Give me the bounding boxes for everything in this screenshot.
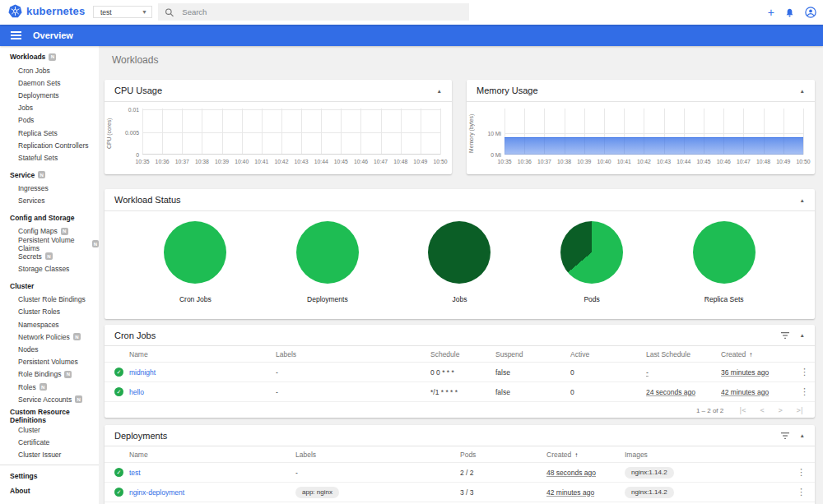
sidebar-group-config-and-storage[interactable]: Config and Storage — [0, 210, 99, 225]
sidebar-item-certificate[interactable]: Certificate — [0, 437, 99, 449]
sidebar-item-label: Persistent Volumes — [18, 358, 78, 366]
column-header-active[interactable]: Active — [570, 350, 646, 358]
table-row: ✓test-2 / 248 seconds agonginx:1.14.2⋮ — [105, 463, 815, 483]
collapse-chevron-icon[interactable]: ▲ — [800, 332, 805, 338]
sidebar-item-replication-controllers[interactable]: Replication Controllers — [0, 139, 99, 151]
column-header-name[interactable]: Name — [129, 350, 276, 358]
sidebar-item-replica-sets[interactable]: Replica Sets — [0, 127, 99, 139]
x-tick-label: 10:50 — [796, 159, 810, 164]
cell-pods: 3 / 3 — [460, 488, 546, 497]
kebab-menu-button[interactable]: ⋮ — [793, 487, 809, 497]
notifications-icon[interactable] — [784, 7, 795, 18]
sidebar-item-cluster-roles[interactable]: Cluster Roles — [0, 306, 99, 318]
namespaced-badge: N — [64, 371, 72, 378]
first-page-button[interactable]: |< — [738, 406, 745, 414]
cron-jobs-table: NameLabelsScheduleSuspendActiveLast Sche… — [105, 346, 815, 402]
sidebar-group-custom-resource-definitions[interactable]: Custom Resource Definitions — [0, 409, 99, 423]
sidebar-item-label: Persistent Volume Claims — [18, 236, 89, 252]
sidebar-group-cluster[interactable]: Cluster — [0, 279, 99, 294]
sidebar-item-deployments[interactable]: Deployments — [0, 89, 99, 101]
resource-name-link[interactable]: midnight — [129, 368, 156, 377]
x-tick-label: 10:44 — [314, 159, 328, 164]
collapse-chevron-icon[interactable]: ▲ — [800, 88, 805, 94]
x-tick-label: 10:41 — [617, 159, 631, 164]
sort-arrow-icon: ↑ — [574, 451, 578, 459]
sidebar-group-label: Service — [10, 171, 35, 179]
x-tick-label: 10:45 — [696, 159, 710, 164]
sidebar-item-ingresses[interactable]: Ingresses — [0, 183, 99, 195]
image-chip: nginx:1.14.2 — [625, 487, 674, 498]
column-header-images[interactable]: Images — [625, 451, 793, 459]
sidebar-group-service[interactable]: ServiceN — [0, 168, 99, 183]
sidebar-item-label: Service Accounts — [18, 395, 72, 404]
sidebar-item-cluster-issuer[interactable]: Cluster Issuer — [0, 449, 99, 461]
sidebar-item-service-accounts[interactable]: Service AccountsN — [0, 393, 99, 405]
cell-menu: ⋮ — [793, 467, 815, 478]
sidebar-item-cluster-role-bindings[interactable]: Cluster Role Bindings — [0, 294, 99, 306]
column-header-pods[interactable]: Pods — [460, 451, 546, 459]
y-tick-label: 0.005 — [125, 129, 139, 135]
column-header-labels[interactable]: Labels — [295, 451, 460, 459]
column-header-suspend[interactable]: Suspend — [495, 350, 570, 358]
kebab-menu-button[interactable]: ⋮ — [797, 386, 812, 396]
column-header-name[interactable]: Name — [129, 451, 295, 459]
create-resource-button[interactable]: + — [768, 7, 774, 18]
x-tick-label: 10:49 — [776, 159, 790, 164]
sidebar-item-stateful-sets[interactable]: Stateful Sets — [0, 151, 99, 164]
sidebar-item-network-policies[interactable]: Network PoliciesN — [0, 331, 99, 343]
sidebar-item-label: Jobs — [18, 104, 33, 112]
sidebar-item-cluster[interactable]: Cluster — [0, 423, 99, 436]
cell-name: hello — [129, 388, 276, 396]
next-page-button[interactable]: > — [779, 406, 782, 414]
collapse-chevron-icon[interactable]: ▲ — [800, 197, 805, 203]
column-header-last-schedule[interactable]: Last Schedule — [646, 350, 721, 358]
prev-page-button[interactable]: < — [760, 406, 764, 414]
sidebar-item-cron-jobs[interactable]: Cron Jobs — [0, 64, 99, 76]
column-header-labels[interactable]: Labels — [276, 350, 430, 358]
collapse-chevron-icon[interactable]: ▲ — [437, 88, 442, 94]
column-header-schedule[interactable]: Schedule — [430, 350, 495, 358]
sidebar-item-storage-classes[interactable]: Storage Classes — [0, 262, 99, 275]
sidebar-item-about[interactable]: About — [0, 483, 99, 498]
search-input[interactable] — [182, 7, 463, 16]
sidebar-item-nodes[interactable]: Nodes — [0, 343, 99, 355]
sidebar-item-daemon-sets[interactable]: Daemon Sets — [0, 76, 99, 89]
resource-name-link[interactable]: test — [129, 469, 141, 477]
kebab-menu-button[interactable]: ⋮ — [793, 467, 809, 477]
sidebar-item-label: Config Maps — [18, 227, 58, 235]
namespace-selector[interactable]: test ▼ — [93, 6, 152, 18]
namespaced-badge: N — [40, 383, 47, 391]
sidebar-item-services[interactable]: Services — [0, 195, 99, 207]
image-chip: nginx:1.14.2 — [625, 467, 674, 479]
sidebar-item-persistent-volumes[interactable]: Persistent Volumes — [0, 356, 99, 368]
filter-icon[interactable] — [780, 432, 790, 440]
last-page-button[interactable]: >| — [797, 406, 803, 414]
cell-name: test — [129, 469, 295, 477]
kebab-menu-button[interactable]: ⋮ — [797, 367, 812, 377]
search-bar[interactable] — [158, 3, 469, 21]
collapse-chevron-icon[interactable]: ▲ — [800, 432, 805, 438]
resource-name-link[interactable]: hello — [129, 388, 144, 396]
workload-status-pies: Cron JobsDeploymentsJobsPodsReplica Sets — [105, 211, 815, 303]
sidebar-item-role-bindings[interactable]: Role BindingsN — [0, 368, 99, 381]
column-header-created[interactable]: Created↑ — [546, 451, 625, 459]
table-header-row: NameLabelsScheduleSuspendActiveLast Sche… — [105, 346, 815, 363]
filter-icon[interactable] — [780, 331, 790, 340]
sidebar-section-workloads: WorkloadsNCron JobsDaemon SetsDeployment… — [0, 49, 99, 164]
sidebar-group-workloads[interactable]: WorkloadsN — [0, 49, 99, 64]
sidebar-item-pods[interactable]: Pods — [0, 114, 99, 127]
pie-label: Cron Jobs — [179, 295, 212, 303]
account-icon[interactable] — [805, 7, 816, 18]
sidebar-item-jobs[interactable]: Jobs — [0, 102, 99, 114]
x-gridline — [440, 109, 441, 155]
resource-name-link[interactable]: nginx-deployment — [129, 488, 184, 497]
sidebar-item-settings[interactable]: Settings — [0, 469, 99, 483]
sidebar-item-persistent-volume-claims[interactable]: Persistent Volume ClaimsN — [0, 238, 99, 250]
column-header-created[interactable]: Created↑ — [721, 350, 797, 358]
kubernetes-logo[interactable]: kubernetes — [8, 4, 85, 18]
cell-created: 36 minutes ago — [721, 368, 797, 377]
menu-icon[interactable] — [11, 31, 21, 39]
sidebar-item-roles[interactable]: RolesN — [0, 381, 99, 393]
sidebar-item-namespaces[interactable]: Namespaces — [0, 318, 99, 331]
pie-chart — [560, 221, 623, 284]
